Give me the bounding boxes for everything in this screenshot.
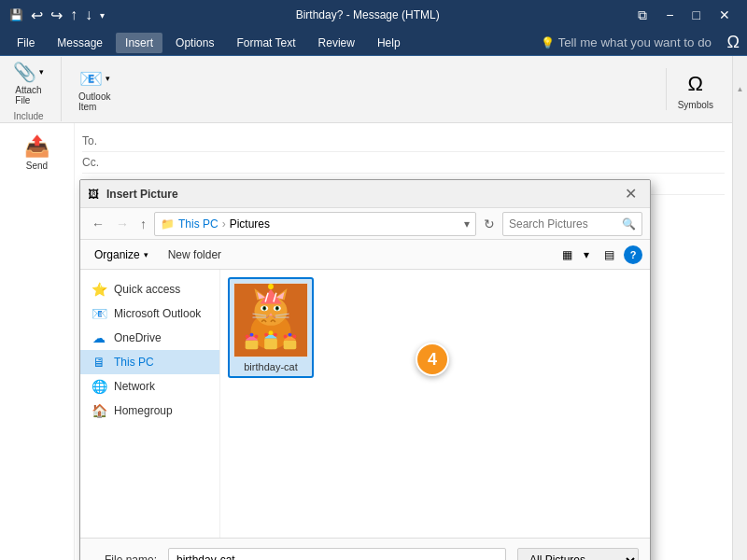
menu-review[interactable]: Review — [309, 33, 364, 53]
sidebar-item-quick-access[interactable]: ⭐ Quick access — [80, 277, 219, 301]
app-container: 💾 ↩ ↪ ↑ ↓ ▾ Birthday? - Message (HTML) ⧉… — [0, 0, 747, 560]
search-input[interactable] — [509, 217, 622, 231]
attach-group: 📎 ▾ AttachFile Include — [7, 57, 62, 121]
breadcrumb-sep1: › — [222, 217, 226, 231]
svg-point-16 — [263, 307, 265, 310]
menu-help[interactable]: Help — [368, 33, 410, 53]
refresh-button[interactable]: ↻ — [480, 215, 499, 233]
svg-point-26 — [254, 335, 258, 339]
menu-message[interactable]: Message — [48, 33, 112, 53]
tell-me-input[interactable] — [558, 35, 716, 49]
svg-point-24 — [246, 335, 249, 339]
symbols-label: Symbols — [678, 100, 713, 110]
include-label: Include — [13, 111, 43, 121]
dialog-files[interactable]: birthday-cat — [220, 270, 650, 538]
organize-dropdown-icon: ▾ — [144, 250, 148, 259]
up-button[interactable]: ↑ — [136, 215, 150, 233]
file-item-birthday-cat[interactable]: birthday-cat — [228, 277, 314, 378]
svg-point-28 — [264, 333, 268, 337]
window-controls: ⧉ − □ ✕ — [630, 6, 738, 25]
filename-input[interactable] — [168, 548, 506, 560]
restore-button[interactable]: ⧉ — [630, 6, 655, 25]
omega-symbols-button[interactable]: Ω — [681, 68, 711, 100]
maximize-button[interactable]: □ — [685, 6, 708, 25]
undo-icon[interactable]: ↩ — [31, 7, 43, 24]
dropdown-arrow-icon2: ▾ — [106, 74, 110, 83]
minimize-button[interactable]: − — [658, 6, 681, 25]
dialog-sidebar: ⭐ Quick access 📧 Microsoft Outlook ☁ One… — [80, 270, 220, 538]
menu-file[interactable]: File — [7, 33, 44, 53]
tell-me-bar: 💡 — [541, 35, 716, 49]
grid-view-button[interactable]: ▦ — [557, 245, 578, 265]
organize-button[interactable]: Organize ▾ — [88, 245, 155, 264]
close-button[interactable]: ✕ — [712, 6, 738, 25]
homegroup-icon: 🏠 — [92, 403, 106, 418]
svg-point-33 — [289, 333, 292, 337]
redo-icon[interactable]: ↪ — [50, 7, 63, 24]
svg-point-34 — [292, 335, 296, 339]
sidebar-item-outlook[interactable]: 📧 Microsoft Outlook — [80, 301, 219, 326]
outlook-sidebar-icon: 📧 — [92, 306, 106, 321]
app-title: Birthday? - Message (HTML) — [105, 8, 630, 21]
onedrive-label: OneDrive — [114, 331, 162, 344]
breadcrumb-this-pc[interactable]: This PC — [178, 217, 218, 231]
filetype-select[interactable]: All Pictures JPEG PNG GIF BMP — [517, 548, 639, 560]
svg-point-32 — [284, 335, 288, 339]
cat-image — [234, 283, 307, 357]
sidebar-item-this-pc[interactable]: 🖥 This PC — [80, 350, 219, 374]
dialog-navbar: ← → ↑ 📁 This PC › Pictures ▾ ↻ 🔍 — [80, 208, 650, 240]
lightbulb-icon: 💡 — [541, 36, 555, 49]
dialog-title-icon: 🖼 — [88, 188, 99, 201]
outlook-item-button[interactable]: 📧 ▾ OutlookItem — [73, 63, 116, 116]
insert-picture-dialog: 🖼 Insert Picture ✕ ← → ↑ 📁 This PC › Pic… — [79, 179, 651, 560]
svg-point-9 — [268, 284, 274, 289]
filename-row: File name: All Pictures JPEG PNG GIF BMP — [92, 548, 639, 560]
omega-toolbar-icon[interactable]: Ω — [727, 33, 740, 52]
forward-button[interactable]: → — [112, 215, 133, 233]
download-icon[interactable]: ↓ — [85, 7, 92, 23]
step-4-badge: 4 — [416, 343, 449, 376]
sidebar-item-onedrive[interactable]: ☁ OneDrive — [80, 326, 219, 350]
filename-label: File name: — [92, 553, 157, 560]
main-toolbar: 📎 ▾ AttachFile Include 📧 ▾ OutlookItem Ω… — [0, 56, 747, 123]
main-content: 📤 Send To. Cc. Subje — [0, 123, 747, 560]
back-button[interactable]: ← — [88, 215, 108, 233]
view-controls: ▦ ▾ ▤ ? — [557, 245, 642, 265]
breadcrumb-bar[interactable]: 📁 This PC › Pictures ▾ — [154, 212, 476, 236]
dialog-bottom: File name: All Pictures JPEG PNG GIF BMP… — [80, 538, 650, 560]
svg-point-30 — [274, 333, 277, 337]
dialog-close-button[interactable]: ✕ — [619, 183, 642, 204]
search-box: 🔍 — [502, 212, 642, 236]
new-folder-button[interactable]: New folder — [162, 246, 227, 263]
attach-file-button[interactable]: 📎 ▾ AttachFile — [7, 57, 49, 109]
quick-access-label: Quick access — [114, 283, 180, 296]
breadcrumb-folder-icon: 📁 — [161, 217, 175, 231]
outlook-item-label: OutlookItem — [78, 91, 110, 112]
dialog-overlay: 🖼 Insert Picture ✕ ← → ↑ 📁 This PC › Pic… — [0, 123, 747, 560]
breadcrumb-pictures[interactable]: Pictures — [230, 217, 270, 231]
dropdown-arrow-icon: ▾ — [39, 67, 44, 77]
split-view-button[interactable]: ▤ — [599, 245, 620, 265]
menu-options[interactable]: Options — [166, 33, 223, 53]
dialog-title: Insert Picture — [106, 188, 612, 201]
help-button[interactable]: ? — [624, 245, 642, 264]
attach-file-label: AttachFile — [15, 85, 41, 105]
svg-point-25 — [250, 333, 254, 337]
sidebar-item-homegroup[interactable]: 🏠 Homegroup — [80, 399, 219, 423]
svg-point-17 — [276, 307, 278, 310]
quick-access-icon: ⭐ — [92, 282, 106, 297]
dialog-content: ⭐ Quick access 📧 Microsoft Outlook ☁ One… — [80, 270, 650, 538]
onedrive-icon: ☁ — [92, 330, 106, 345]
menu-format-text[interactable]: Format Text — [227, 33, 304, 53]
file-name-birthday-cat: birthday-cat — [244, 361, 297, 372]
upload-icon[interactable]: ↑ — [70, 7, 78, 23]
sidebar-item-network[interactable]: 🌐 Network — [80, 374, 219, 399]
svg-rect-27 — [264, 339, 277, 350]
outlook-icon: 📧 — [79, 67, 103, 90]
view-dropdown-button[interactable]: ▾ — [582, 245, 595, 265]
menu-insert[interactable]: Insert — [116, 33, 162, 53]
file-thumbnail-birthday-cat — [233, 283, 308, 357]
save-icon[interactable]: 💾 — [9, 8, 23, 21]
breadcrumb-dropdown[interactable]: ▾ — [464, 217, 470, 231]
this-pc-icon: 🖥 — [92, 355, 106, 370]
